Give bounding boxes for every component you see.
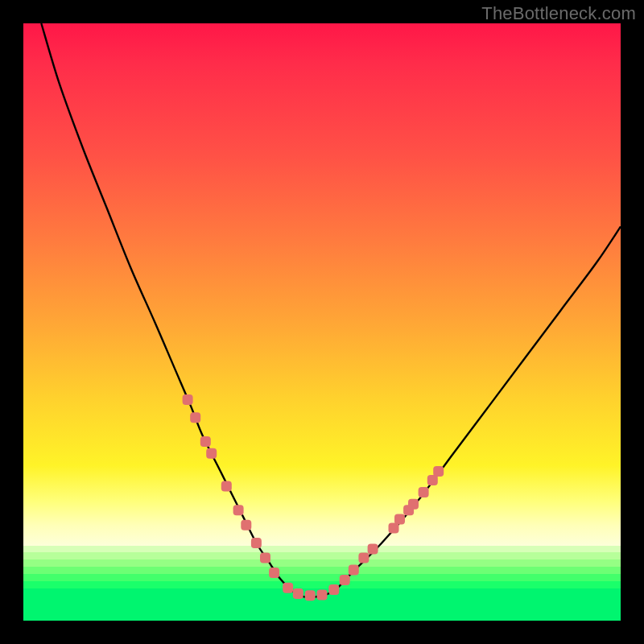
curve-marker	[433, 466, 444, 477]
curve-marker	[328, 584, 339, 595]
curve-marker	[305, 590, 316, 601]
chart-frame: TheBottleneck.com	[0, 0, 644, 644]
curve-marker	[419, 487, 429, 497]
curve-marker	[317, 590, 328, 601]
curve-marker	[260, 553, 270, 564]
curve-marker	[190, 412, 200, 423]
curve-marker	[283, 583, 293, 593]
curve-marker	[221, 481, 232, 492]
plot-area	[23, 23, 621, 621]
bottleneck-curve-svg	[23, 23, 621, 621]
bottleneck-curve-path	[41, 23, 621, 597]
curve-marker	[251, 538, 262, 548]
curve-marker	[293, 588, 303, 599]
curve-marker	[340, 575, 350, 585]
curve-marker	[269, 568, 279, 578]
curve-marker	[183, 394, 193, 405]
curve-marker	[349, 564, 359, 575]
curve-marker	[206, 448, 217, 459]
curve-markers	[183, 394, 444, 601]
curve-marker	[394, 514, 405, 524]
curve-marker	[241, 520, 251, 530]
curve-marker	[427, 475, 438, 485]
curve-marker	[233, 505, 244, 515]
curve-marker	[200, 436, 211, 447]
curve-marker	[389, 523, 399, 534]
curve-marker	[358, 553, 369, 564]
watermark-text: TheBottleneck.com	[481, 3, 636, 24]
curve-marker	[368, 544, 378, 555]
curve-marker	[408, 499, 419, 510]
